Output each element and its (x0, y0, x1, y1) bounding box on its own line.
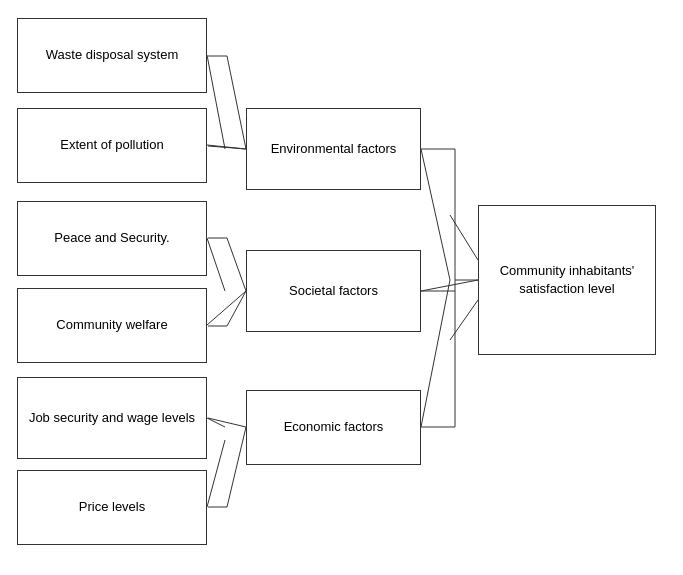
waste-disposal-box: Waste disposal system (17, 18, 207, 93)
svg-line-6 (421, 149, 450, 280)
svg-line-3 (207, 291, 246, 325)
economic-factors-box: Economic factors (246, 390, 421, 465)
svg-line-13 (208, 146, 246, 149)
community-welfare-box: Community welfare (17, 288, 207, 363)
job-security-box: Job security and wage levels (17, 377, 207, 459)
svg-line-10 (450, 300, 478, 340)
svg-line-0 (207, 55, 225, 149)
svg-line-5 (207, 440, 225, 507)
diagram: Waste disposal system Extent of pollutio… (0, 0, 683, 575)
svg-line-4 (207, 418, 225, 427)
svg-line-7 (421, 280, 478, 291)
svg-line-12 (227, 56, 246, 149)
svg-line-18 (208, 418, 246, 427)
environmental-factors-box: Environmental factors (246, 108, 421, 190)
svg-line-2 (207, 238, 225, 291)
peace-security-box: Peace and Security. (17, 201, 207, 276)
extent-pollution-box: Extent of pollution (17, 108, 207, 183)
svg-line-20 (227, 427, 246, 507)
satisfaction-box: Community inhabitants' satisfaction leve… (478, 205, 656, 355)
svg-line-8 (421, 280, 450, 427)
societal-factors-box: Societal factors (246, 250, 421, 332)
svg-line-15 (227, 238, 246, 291)
svg-line-9 (450, 215, 478, 260)
svg-line-17 (227, 291, 246, 326)
price-levels-box: Price levels (17, 470, 207, 545)
svg-line-1 (207, 145, 246, 149)
